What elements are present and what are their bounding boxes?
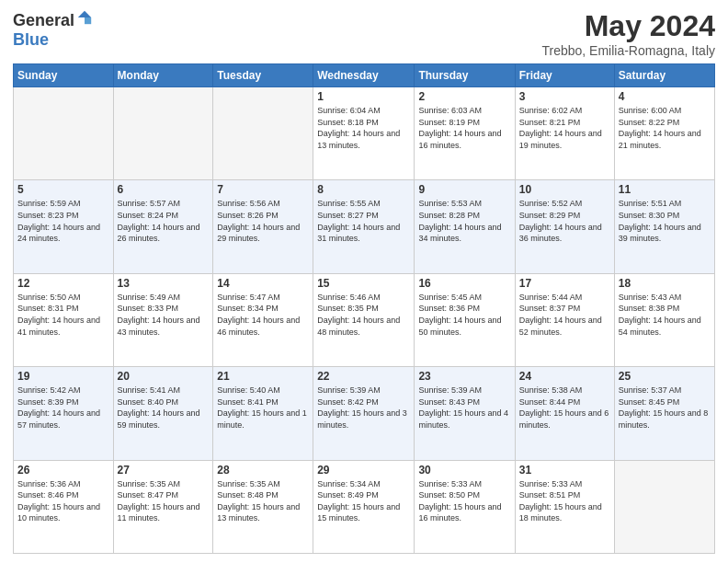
day-info: Sunrise: 5:51 AMSunset: 8:30 PMDaylight:…	[619, 198, 711, 244]
subtitle: Trebbo, Emilia-Romagna, Italy	[541, 43, 715, 58]
header-saturday: Saturday	[614, 64, 714, 87]
table-row: 12Sunrise: 5:50 AMSunset: 8:31 PMDayligh…	[14, 273, 114, 366]
table-row: 13Sunrise: 5:49 AMSunset: 8:33 PMDayligh…	[113, 273, 213, 366]
day-number: 21	[217, 370, 309, 383]
svg-marker-0	[78, 11, 91, 17]
table-row: 17Sunrise: 5:44 AMSunset: 8:37 PMDayligh…	[515, 273, 614, 366]
day-info: Sunrise: 6:03 AMSunset: 8:19 PMDaylight:…	[418, 105, 510, 151]
calendar-week-row: 26Sunrise: 5:36 AMSunset: 8:46 PMDayligh…	[14, 460, 715, 553]
day-number: 24	[519, 370, 610, 383]
day-info: Sunrise: 6:00 AMSunset: 8:22 PMDaylight:…	[619, 105, 711, 151]
day-info: Sunrise: 5:53 AMSunset: 8:28 PMDaylight:…	[418, 198, 510, 244]
logo-general: General	[13, 11, 74, 30]
day-number: 16	[418, 277, 510, 290]
day-number: 18	[619, 277, 711, 290]
table-row: 1Sunrise: 6:04 AMSunset: 8:18 PMDaylight…	[313, 87, 415, 180]
day-info: Sunrise: 5:33 AMSunset: 8:50 PMDaylight:…	[418, 478, 510, 524]
table-row: 26Sunrise: 5:36 AMSunset: 8:46 PMDayligh…	[14, 460, 114, 553]
table-row	[14, 87, 114, 180]
day-number: 26	[17, 464, 109, 477]
table-row: 31Sunrise: 5:33 AMSunset: 8:51 PMDayligh…	[515, 460, 614, 553]
table-row: 28Sunrise: 5:35 AMSunset: 8:48 PMDayligh…	[213, 460, 313, 553]
day-number: 14	[217, 277, 309, 290]
calendar-week-row: 12Sunrise: 5:50 AMSunset: 8:31 PMDayligh…	[14, 273, 715, 366]
day-number: 13	[118, 277, 210, 290]
day-info: Sunrise: 5:38 AMSunset: 8:44 PMDaylight:…	[519, 385, 610, 431]
title-block: May 2024 Trebbo, Emilia-Romagna, Italy	[541, 9, 715, 58]
day-info: Sunrise: 5:40 AMSunset: 8:41 PMDaylight:…	[217, 385, 309, 431]
calendar-week-row: 5Sunrise: 5:59 AMSunset: 8:23 PMDaylight…	[14, 180, 715, 273]
table-row: 4Sunrise: 6:00 AMSunset: 8:22 PMDaylight…	[614, 87, 714, 180]
day-info: Sunrise: 6:04 AMSunset: 8:18 PMDaylight:…	[317, 105, 410, 151]
calendar-week-row: 1Sunrise: 6:04 AMSunset: 8:18 PMDaylight…	[14, 87, 715, 180]
main-title: May 2024	[541, 9, 715, 43]
day-info: Sunrise: 5:33 AMSunset: 8:51 PMDaylight:…	[519, 478, 610, 524]
day-number: 7	[217, 183, 309, 196]
day-number: 1	[317, 90, 410, 103]
day-number: 20	[118, 370, 210, 383]
day-info: Sunrise: 5:46 AMSunset: 8:35 PMDaylight:…	[317, 292, 410, 338]
table-row: 29Sunrise: 5:34 AMSunset: 8:49 PMDayligh…	[313, 460, 415, 553]
page: General Blue May 2024 Trebbo, Emilia-Rom…	[0, 0, 728, 563]
day-number: 27	[118, 464, 210, 477]
day-info: Sunrise: 5:44 AMSunset: 8:37 PMDaylight:…	[519, 292, 610, 338]
table-row: 27Sunrise: 5:35 AMSunset: 8:47 PMDayligh…	[113, 460, 213, 553]
table-row: 24Sunrise: 5:38 AMSunset: 8:44 PMDayligh…	[515, 367, 614, 460]
day-number: 4	[619, 90, 711, 103]
table-row: 19Sunrise: 5:42 AMSunset: 8:39 PMDayligh…	[14, 367, 114, 460]
day-info: Sunrise: 5:55 AMSunset: 8:27 PMDaylight:…	[317, 198, 410, 244]
header: General Blue May 2024 Trebbo, Emilia-Rom…	[13, 9, 715, 58]
logo-blue: Blue	[13, 30, 49, 49]
day-number: 23	[418, 370, 510, 383]
logo: General Blue	[13, 9, 93, 50]
day-number: 3	[519, 90, 610, 103]
table-row: 9Sunrise: 5:53 AMSunset: 8:28 PMDaylight…	[415, 180, 515, 273]
day-info: Sunrise: 5:37 AMSunset: 8:45 PMDaylight:…	[619, 385, 711, 431]
table-row: 20Sunrise: 5:41 AMSunset: 8:40 PMDayligh…	[113, 367, 213, 460]
table-row: 6Sunrise: 5:57 AMSunset: 8:24 PMDaylight…	[113, 180, 213, 273]
day-number: 25	[619, 370, 711, 383]
table-row: 11Sunrise: 5:51 AMSunset: 8:30 PMDayligh…	[614, 180, 714, 273]
day-number: 17	[519, 277, 610, 290]
table-row: 14Sunrise: 5:47 AMSunset: 8:34 PMDayligh…	[213, 273, 313, 366]
calendar-header-row: Sunday Monday Tuesday Wednesday Thursday…	[14, 64, 715, 87]
table-row: 2Sunrise: 6:03 AMSunset: 8:19 PMDaylight…	[415, 87, 515, 180]
day-info: Sunrise: 5:42 AMSunset: 8:39 PMDaylight:…	[17, 385, 109, 431]
day-info: Sunrise: 5:36 AMSunset: 8:46 PMDaylight:…	[17, 478, 109, 524]
header-tuesday: Tuesday	[213, 64, 313, 87]
day-info: Sunrise: 5:34 AMSunset: 8:49 PMDaylight:…	[317, 478, 410, 524]
header-sunday: Sunday	[14, 64, 114, 87]
logo-icon	[76, 9, 93, 26]
day-number: 11	[619, 183, 711, 196]
day-info: Sunrise: 6:02 AMSunset: 8:21 PMDaylight:…	[519, 105, 610, 151]
day-number: 28	[217, 464, 309, 477]
day-number: 31	[519, 464, 610, 477]
table-row	[113, 87, 213, 180]
table-row: 8Sunrise: 5:55 AMSunset: 8:27 PMDaylight…	[313, 180, 415, 273]
day-number: 5	[17, 183, 109, 196]
day-number: 2	[418, 90, 510, 103]
table-row: 25Sunrise: 5:37 AMSunset: 8:45 PMDayligh…	[614, 367, 714, 460]
calendar-week-row: 19Sunrise: 5:42 AMSunset: 8:39 PMDayligh…	[14, 367, 715, 460]
day-info: Sunrise: 5:45 AMSunset: 8:36 PMDaylight:…	[418, 292, 510, 338]
header-wednesday: Wednesday	[313, 64, 415, 87]
day-number: 9	[418, 183, 510, 196]
day-number: 22	[317, 370, 410, 383]
day-number: 30	[418, 464, 510, 477]
day-info: Sunrise: 5:47 AMSunset: 8:34 PMDaylight:…	[217, 292, 309, 338]
day-info: Sunrise: 5:43 AMSunset: 8:38 PMDaylight:…	[619, 292, 711, 338]
header-friday: Friday	[515, 64, 614, 87]
day-number: 8	[317, 183, 410, 196]
table-row: 30Sunrise: 5:33 AMSunset: 8:50 PMDayligh…	[415, 460, 515, 553]
table-row: 10Sunrise: 5:52 AMSunset: 8:29 PMDayligh…	[515, 180, 614, 273]
day-info: Sunrise: 5:39 AMSunset: 8:42 PMDaylight:…	[317, 385, 410, 431]
table-row: 22Sunrise: 5:39 AMSunset: 8:42 PMDayligh…	[313, 367, 415, 460]
table-row: 5Sunrise: 5:59 AMSunset: 8:23 PMDaylight…	[14, 180, 114, 273]
table-row: 21Sunrise: 5:40 AMSunset: 8:41 PMDayligh…	[213, 367, 313, 460]
day-info: Sunrise: 5:35 AMSunset: 8:47 PMDaylight:…	[118, 478, 210, 524]
table-row	[213, 87, 313, 180]
svg-marker-1	[85, 17, 91, 24]
day-info: Sunrise: 5:50 AMSunset: 8:31 PMDaylight:…	[17, 292, 109, 338]
day-number: 29	[317, 464, 410, 477]
table-row: 23Sunrise: 5:39 AMSunset: 8:43 PMDayligh…	[415, 367, 515, 460]
